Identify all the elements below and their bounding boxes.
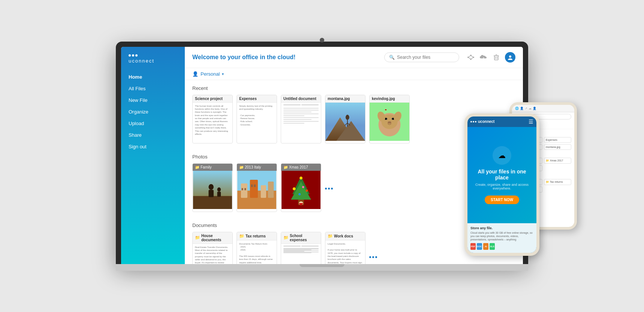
phone2-header-icons: 🌐 👤 ↗ ☁ 👤 <box>515 107 536 110</box>
folder-name: House documents <box>201 234 230 242</box>
docs-folder-work[interactable]: 📁 Work docs Legal Documents. If your hom… <box>325 232 365 264</box>
photos-folder-xmas[interactable]: 📁 Xmas 2017 <box>281 163 321 212</box>
photos-folder-family[interactable]: 📁 Family <box>192 163 233 212</box>
phone2-folder-xmas[interactable]: 📁 Xmas 2017 <box>544 158 571 164</box>
phone-mockup-1: uconnect ☰ ☁ All your files in one place… <box>464 113 539 256</box>
file-card-body <box>281 103 321 141</box>
dot-2 <box>372 256 374 258</box>
svg-rect-42 <box>250 180 258 198</box>
phone1-app-bar: uconnect ☰ <box>467 116 536 127</box>
folder-icon: 📁 <box>239 234 244 239</box>
svg-rect-9 <box>494 56 498 60</box>
sidebar-item-upload[interactable]: Upload <box>121 118 185 129</box>
folder-header: 📁 Work docs <box>325 232 365 240</box>
phone1-hero: ☁ All your files in one place Create, or… <box>467 127 536 224</box>
logo-dot-3 <box>135 54 138 57</box>
svg-point-55 <box>298 193 301 195</box>
sidebar-item-sign-out[interactable]: Sign out <box>121 141 185 152</box>
svg-point-56 <box>302 186 304 188</box>
svg-rect-43 <box>261 185 266 198</box>
sidebar-item-home[interactable]: Home <box>121 71 185 83</box>
svg-line-5 <box>472 56 473 57</box>
recent-file-dog[interactable]: kevindog.jpg <box>369 95 410 143</box>
doc-line <box>283 113 319 114</box>
header-icons <box>467 52 515 63</box>
search-bar[interactable]: 🔍 <box>384 52 459 62</box>
docs-folder-school[interactable]: 📁 School expenses <box>281 232 321 264</box>
phone1-cta-button[interactable]: START NOW <box>485 196 519 204</box>
dot-3 <box>375 256 377 258</box>
phone2-file-expenses[interactable]: Expenses <box>544 137 571 143</box>
svg-rect-41 <box>241 183 247 197</box>
folder-icon: 📁 <box>239 165 244 169</box>
phone2-user-icon: 👤 <box>520 107 524 110</box>
doc-line <box>283 110 319 110</box>
svg-point-2 <box>473 57 474 58</box>
docs-folder-tax[interactable]: 📁 Tax returns Documents Tax Return from:… <box>237 232 277 264</box>
phone2-folder-tax[interactable]: 📁 Tax returns <box>544 179 571 185</box>
svg-point-0 <box>467 57 469 58</box>
phone1-menu-icon[interactable]: ☰ <box>529 119 533 125</box>
photos-folder-italy[interactable]: 📁 2013 Italy <box>237 163 277 212</box>
doc-line <box>283 117 319 118</box>
folder-body: Documents Tax Return from: · 2015; · 201… <box>237 240 277 264</box>
recent-file-montana[interactable]: montana.jpg <box>325 95 365 143</box>
logo-dot-1 <box>129 54 131 57</box>
pdf-icon: PDF <box>470 243 476 250</box>
docs-folder-house[interactable]: 📁 House documents Real Estate Transfer D… <box>192 232 233 264</box>
svg-point-14 <box>509 55 511 58</box>
svg-point-27 <box>385 118 386 119</box>
photo-preview <box>281 171 321 209</box>
recent-file-science-project[interactable]: Science project The human brain controls… <box>192 95 233 143</box>
header: Welcome to your office in the cloud! 🔍 <box>185 47 523 68</box>
svg-line-7 <box>472 58 473 59</box>
doc-line <box>283 108 319 109</box>
share-icon[interactable] <box>467 53 475 61</box>
file-card-header: montana.jpg <box>325 95 365 103</box>
sidebar-nav: Home All Files New File Organize Upload … <box>121 71 185 152</box>
dot-1 <box>369 256 371 258</box>
svg-point-18 <box>346 115 349 120</box>
phone1-store-section: Store any file. Cloud starts you with 30… <box>467 223 536 252</box>
personal-label: Personal <box>201 71 220 77</box>
chevron-down-icon[interactable]: ▾ <box>222 72 224 76</box>
dot-3 <box>331 188 333 190</box>
photo-preview <box>325 103 365 141</box>
svg-rect-45 <box>242 188 243 190</box>
xls-icon: XLS <box>490 243 495 250</box>
recent-file-expenses[interactable]: Expenses Simply dummy text of the printi… <box>237 95 277 143</box>
sidebar-item-all-files[interactable]: All Files <box>121 83 185 94</box>
folder-header: 📁 Tax returns <box>237 232 277 240</box>
phone2-globe-icon: 🌐 <box>515 107 519 110</box>
folder-name: Xmas 2017 <box>289 165 308 169</box>
search-input[interactable] <box>397 55 454 60</box>
doc-line <box>283 119 312 120</box>
folder-name: School expenses <box>290 234 319 242</box>
phone1-logo: uconnect <box>478 119 494 124</box>
photo-preview <box>237 171 277 209</box>
personal-bar: 👤 Personal ▾ <box>185 68 523 80</box>
phone1-store-desc: Cloud starts you with 30 GB of free onli… <box>470 231 533 241</box>
logo: uconnect <box>121 54 185 71</box>
svg-point-54 <box>306 190 308 192</box>
svg-point-37 <box>217 187 221 192</box>
sidebar-item-share[interactable]: Share <box>121 129 185 141</box>
svg-point-28 <box>392 118 394 119</box>
sidebar-item-organize[interactable]: Organize <box>121 106 185 118</box>
photos-more-indicator <box>325 166 333 212</box>
header-title: Welcome to your office in the cloud! <box>192 54 377 61</box>
doc-line <box>283 121 319 122</box>
recent-file-untitled[interactable]: Untitled document <box>281 95 321 143</box>
cloud-icon[interactable] <box>479 53 488 61</box>
folder-name: Work docs <box>334 234 353 238</box>
folder-body <box>281 244 321 255</box>
phones-container: uconnect ☰ ☁ All your files in one place… <box>457 102 577 260</box>
phone2-file-montana[interactable]: montana.jpg <box>544 144 571 150</box>
trash-icon[interactable] <box>492 53 500 61</box>
dog-photo <box>370 103 409 141</box>
file-card-header: Untitled document <box>281 95 321 103</box>
user-avatar[interactable] <box>505 52 515 63</box>
laptop-base <box>116 264 528 271</box>
sidebar-item-new-file[interactable]: New File <box>121 94 185 106</box>
logo-dot-2 <box>132 54 134 57</box>
